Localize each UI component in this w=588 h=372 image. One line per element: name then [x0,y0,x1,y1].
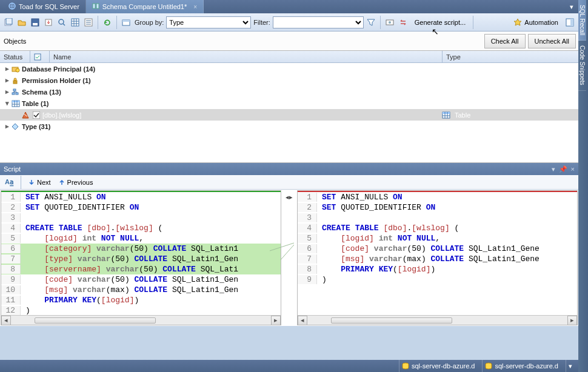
next-diff-button[interactable]: Next [25,178,53,187]
tree-label: Permission Holder (1) [22,77,91,84]
tree-type-label: Table [455,111,470,119]
funnel-icon[interactable] [366,17,376,28]
search-icon[interactable] [56,17,67,28]
code-line[interactable]: 5 [logid] int NOT NULL, [298,233,577,244]
code-line[interactable]: 12) [1,305,281,316]
code-line[interactable]: 6 [category] varchar(50) COLLATE SQL_Lat… [1,244,281,254]
code-line[interactable]: 4CREATE TABLE [dbo].[wlslog] ( [298,223,577,233]
grid-icon[interactable] [70,17,81,28]
code-text: SET QUOTED_IDENTIFIER ON [21,203,139,212]
scroll-thumb[interactable] [35,317,156,324]
new-compare-icon[interactable] [3,17,14,28]
col-type[interactable]: Type [443,51,578,62]
pin-icon[interactable]: 📌 [559,165,567,173]
expand-icon[interactable]: ▸ [4,122,11,130]
hscrollbar[interactable]: ◂ ▸ [298,315,577,325]
refresh-icon[interactable] [102,17,113,28]
line-number: 11 [1,296,21,305]
code-line[interactable]: 7 [type] varchar(50) COLLATE SQL_Latin1_… [1,254,281,264]
line-number: 1 [298,193,317,202]
line-number: 8 [1,265,21,274]
code-line[interactable]: 9 [code] varchar(50) COLLATE SQL_Latin1_… [1,274,281,285]
svg-point-19 [16,68,19,72]
tree-row[interactable]: ▸ Permission Holder (1) [0,75,578,86]
code-line[interactable]: 4CREATE TABLE [dbo].[wlslog] ( [1,223,281,233]
line-number: 5 [298,234,317,243]
collapse-icon[interactable]: ▾ [4,99,11,107]
code-line[interactable]: 5 [logid] int NOT NULL, [1,233,281,244]
tree-row[interactable]: ▸ Database Principal (14) [0,63,578,75]
connection-2[interactable]: sql-server-db-azure.d [482,360,561,372]
code-line[interactable]: 8 PRIMARY KEY([logid]) [298,264,577,274]
scroll-right-icon[interactable]: ▸ [271,316,281,325]
tree-row[interactable]: ▸ Type (31) [0,121,578,132]
col-name[interactable]: Name [50,51,443,62]
code-line[interactable]: 7 [msg] varchar(max) COLLATE SQL_Latin1_… [298,254,577,264]
generate-script-button[interactable]: Generate script... [410,17,470,28]
code-line[interactable]: 2SET QUOTED_IDENTIFIER ON [298,202,577,213]
export-icon[interactable] [43,17,54,28]
svg-rect-21 [13,81,17,84]
checkbox-checked-icon[interactable] [32,111,41,119]
col-status[interactable]: Status [0,51,30,62]
expand-icon[interactable]: ▸ [4,65,11,73]
close-icon[interactable]: × [193,4,197,10]
code-line[interactable]: 11 PRIMARY KEY([logid]) [1,295,281,305]
line-number: 4 [1,224,21,233]
uncheck-all-button[interactable]: Uncheck All [528,34,576,48]
options-icon[interactable] [83,17,94,28]
prev-diff-button[interactable]: Previous [56,178,96,187]
code-line[interactable]: 9) [298,274,577,285]
svg-rect-22 [13,89,16,91]
tree-label: Database Principal (14) [22,65,95,73]
save-icon[interactable] [30,17,41,28]
code-line[interactable]: 3 [1,213,281,223]
connection-1[interactable]: sql-server-db-azure.d [399,360,478,372]
tab-main[interactable]: Toad for SQL Server [2,0,86,13]
snapshot-l-icon[interactable] [384,17,395,28]
scroll-right-icon[interactable]: ▸ [567,316,577,325]
scroll-left-icon[interactable]: ◂ [298,316,307,325]
filter-select[interactable] [273,16,364,28]
tree-row[interactable]: ▸ Schema (13) [0,86,578,98]
rail-code-snippets[interactable]: Code Snippets [578,41,586,91]
scroll-left-icon[interactable]: ◂ [1,316,11,325]
code-line[interactable]: 3 [298,213,577,223]
left-pane[interactable]: 1SET ANSI_NULLS ON2SET QUOTED_IDENTIFIER… [1,190,281,325]
expand-icon[interactable]: ▸ [4,76,11,84]
code-line[interactable]: 8 [servername] varchar(50) COLLATE SQL_L… [1,264,281,274]
open-icon[interactable] [16,17,27,28]
pivot-icon[interactable] [121,17,132,28]
tab-document[interactable]: Schema Compare Untitled1* × [86,0,204,13]
case-toggle-button[interactable]: Aa̲ [2,178,16,187]
code-line[interactable]: 1SET ANSI_NULLS ON [298,192,577,202]
automation-button[interactable]: Automation [509,16,563,28]
dropdown-icon[interactable]: ▾ [552,165,555,173]
code-text: [code] varchar(50) COLLATE SQL_Latin1_Ge… [21,275,238,284]
right-pane[interactable]: 1SET ANSI_NULLS ON2SET QUOTED_IDENTIFIER… [297,190,578,325]
diff-sync-icon[interactable]: ◂▸ [282,190,296,326]
code-line[interactable]: 6 [code] varchar(50) COLLATE SQL_Latin1_… [298,244,577,254]
statusbar-menu[interactable]: ▾ [566,360,575,372]
minimize-panel-icon[interactable]: ▾ [565,0,578,13]
code-line[interactable]: 2SET QUOTED_IDENTIFIER ON [1,202,281,213]
objects-label: Objects [4,38,26,45]
expand-icon[interactable]: ▸ [4,88,11,96]
separator [98,16,98,29]
swap-icon[interactable] [398,17,409,28]
objects-tree[interactable]: ▸ Database Principal (14) ▸ Permission H… [0,63,578,163]
code-text: SET ANSI_NULLS ON [317,193,403,202]
check-all-button[interactable]: Check All [484,34,526,48]
close-panel-icon[interactable]: × [571,165,575,173]
code-line[interactable]: 10 [msg] varchar(max) COLLATE SQL_Latin1… [1,285,281,295]
groupby-select[interactable]: Type [166,16,251,28]
col-checkbox[interactable] [30,51,50,62]
rail-sql-recall[interactable]: SQL Recall [578,0,586,41]
tree-row-selected[interactable]: [dbo].[wlslog] Table [0,109,578,121]
scroll-thumb[interactable] [331,317,452,324]
tree-row[interactable]: ▾ Table (1) [0,98,578,109]
hscrollbar[interactable]: ◂ ▸ [1,315,281,325]
panel-toggle-icon[interactable] [564,17,575,28]
code-line[interactable]: 1SET ANSI_NULLS ON [1,192,281,202]
schema-icon [11,88,21,96]
